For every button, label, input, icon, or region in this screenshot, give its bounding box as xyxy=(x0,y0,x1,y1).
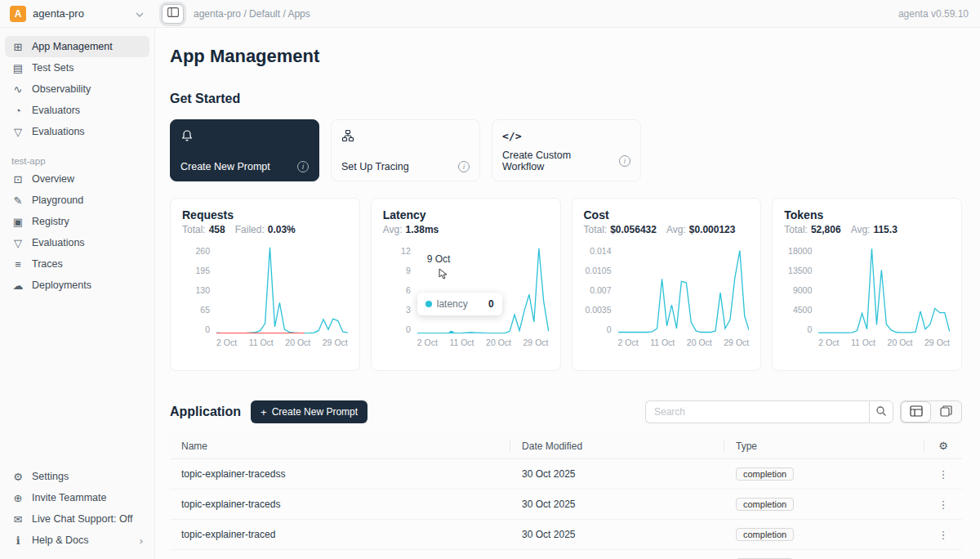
sidebar-item-registry[interactable]: ▣ Registry xyxy=(5,211,149,232)
sidebar-item-observability[interactable]: ∿ Observability xyxy=(5,78,149,100)
sidebar-item-label: Deployments xyxy=(32,280,91,291)
create-new-prompt-button[interactable]: + Create New Prompt xyxy=(251,400,368,423)
date-modified: 30 Oct 2025 xyxy=(510,460,724,488)
app-name: topic-explainer-tracedss xyxy=(170,460,510,488)
table-row[interactable]: topic-explainer-tracedss 30 Oct 2025 com… xyxy=(170,459,962,490)
sidebar-item-evaluators[interactable]: ◔ Evaluators xyxy=(5,100,149,121)
chat-icon: ✉ xyxy=(11,513,24,525)
sidebar-item-settings[interactable]: ⚙ Settings xyxy=(5,466,149,487)
sidebar-item-invite-teammate[interactable]: ⊕ Invite Teammate xyxy=(5,487,149,508)
app-name: topic-explainer-traceds xyxy=(170,490,510,518)
get-started-cards: Create New Prompt i Set Up Tracing i </>… xyxy=(170,119,962,181)
sidebar-item-overview[interactable]: ⊡ Overview xyxy=(5,168,149,190)
x-axis-labels: 2 Oct11 Oct20 Oct29 Oct xyxy=(216,338,348,347)
cost-chart-plot[interactable] xyxy=(618,247,750,333)
help-icon: ℹ xyxy=(11,534,24,547)
sidebar-item-test-sets[interactable]: ▤ Test Sets xyxy=(5,57,149,78)
card-view-icon xyxy=(940,405,952,419)
card-label: Set Up Tracing xyxy=(341,161,409,172)
cost-metric-card: Cost Total: $0.056432 Avg: $0.000123 0.0… xyxy=(572,198,762,371)
search-input[interactable] xyxy=(645,400,869,423)
metric-title: Requests xyxy=(182,208,348,221)
info-icon[interactable]: i xyxy=(619,155,630,167)
create-custom-workflow-card[interactable]: </> Create Custom Workflow i xyxy=(492,119,641,181)
sidebar-item-live-chat[interactable]: ✉ Live Chat Support: Off xyxy=(5,508,149,530)
sidebar-item-label: Playground xyxy=(32,195,83,206)
traces-icon: ≡ xyxy=(11,258,24,271)
date-modified: 27 Oct 2025 xyxy=(510,551,724,559)
sidebar-item-traces[interactable]: ≡ Traces xyxy=(5,253,149,275)
sidebar-item-label: Test Sets xyxy=(32,62,74,74)
tooltip-value: 0 xyxy=(488,298,494,310)
sidebar-footer: ⚙ Settings ⊕ Invite Teammate ✉ Live Chat… xyxy=(5,466,149,551)
plus-icon: + xyxy=(261,406,267,418)
metric-stats: Avg: 1.38ms xyxy=(383,224,549,235)
chevron-right-icon: › xyxy=(140,534,143,547)
table-header: Name Date Modified Type ⚙ xyxy=(170,433,962,459)
tracing-hierarchy-icon xyxy=(341,128,470,143)
table-view-icon xyxy=(910,405,923,419)
test-sets-icon: ▤ xyxy=(11,62,24,74)
sidebar-item-playground[interactable]: ✎ Playground xyxy=(5,190,149,211)
search-button[interactable] xyxy=(869,400,893,423)
create-new-prompt-card[interactable]: Create New Prompt i xyxy=(170,119,319,181)
sidebar-item-help-docs[interactable]: ℹ Help & Docs › xyxy=(5,530,149,551)
table-view-toggle[interactable] xyxy=(901,401,931,423)
y-axis-labels: 0.0140.01050.0070.00350 xyxy=(584,247,612,333)
gear-icon: ⚙ xyxy=(11,471,24,483)
x-axis-labels: 2 Oct11 Oct20 Oct29 Oct xyxy=(618,338,750,347)
breadcrumb[interactable]: agenta-pro / Default / Apps xyxy=(194,8,310,20)
sidebar-item-app-evaluations[interactable]: ▽ Evaluations xyxy=(5,232,149,253)
latency-chart-plot[interactable]: 9 Oct latency 0 xyxy=(417,247,549,333)
deployments-icon: ☁ xyxy=(11,280,24,292)
metric-stats: Total: 52,806 Avg: 115.3 xyxy=(784,224,950,235)
sidebar-item-label: Overview xyxy=(32,173,74,185)
evaluations-icon: ▽ xyxy=(11,237,24,249)
search-icon xyxy=(875,405,887,419)
view-toggle xyxy=(900,400,962,423)
kebab-menu-icon[interactable]: ⋮ xyxy=(938,468,949,481)
card-view-toggle[interactable] xyxy=(931,401,961,423)
application-header: Application + Create New Prompt xyxy=(170,400,962,423)
sidebar-item-label: Registry xyxy=(32,216,69,227)
table-row[interactable]: topic-explainer-traced 30 Oct 2025 compl… xyxy=(170,520,962,550)
sidebar-collapse-button[interactable] xyxy=(162,4,184,24)
search-group xyxy=(645,400,893,423)
table-row[interactable]: topic-explainer-traceds 30 Oct 2025 comp… xyxy=(170,490,962,520)
sidebar-item-label: Evaluations xyxy=(32,237,85,248)
set-up-tracing-card[interactable]: Set Up Tracing i xyxy=(331,119,480,181)
sidebar-item-label: Evaluators xyxy=(32,105,80,116)
kebab-menu-icon[interactable]: ⋮ xyxy=(938,529,949,541)
page-title: App Management xyxy=(170,46,962,67)
workspace-switcher[interactable]: A agenta-pro xyxy=(0,6,155,22)
table-row[interactable]: career-assessment 27 Oct 2025 completion… xyxy=(170,550,962,559)
tooltip-series: latency xyxy=(437,298,468,310)
tokens-metric-card: Tokens Total: 52,806 Avg: 115.3 18000135… xyxy=(772,198,962,371)
code-icon: </> xyxy=(502,128,630,143)
column-settings-gear-icon[interactable]: ⚙ xyxy=(938,440,948,452)
tokens-chart-plot[interactable] xyxy=(818,247,950,333)
main-content: App Management Get Started Create New Pr… xyxy=(155,28,980,559)
series-dot xyxy=(425,301,432,307)
info-icon[interactable]: i xyxy=(458,161,470,172)
observability-icon: ∿ xyxy=(11,83,24,96)
app-section-label: test-app xyxy=(5,152,149,168)
sidebar-item-label: Help & Docs xyxy=(32,534,88,546)
sidebar-item-deployments[interactable]: ☁ Deployments xyxy=(5,275,149,296)
invite-icon: ⊕ xyxy=(11,492,24,504)
sidebar-item-app-management[interactable]: ⊞ App Management xyxy=(5,36,149,57)
sidebar-item-label: Invite Teammate xyxy=(32,492,106,503)
sidebar-item-evaluations[interactable]: ▽ Evaluations xyxy=(5,121,149,142)
latency-metric-card: Latency Avg: 1.38ms 129630 9 Oct xyxy=(371,198,561,371)
requests-chart-plot[interactable] xyxy=(216,247,348,333)
metric-stats: Total: 458 Failed: 0.03% xyxy=(182,224,348,235)
sidebar-item-label: App Management xyxy=(32,41,113,52)
table-tools xyxy=(645,400,962,423)
app-name: topic-explainer-traced xyxy=(170,521,510,548)
metrics-row: Requests Total: 458 Failed: 0.03% 260195… xyxy=(170,198,962,371)
applications-table: Name Date Modified Type ⚙ topic-explaine… xyxy=(170,433,962,559)
sidebar-item-label: Settings xyxy=(32,471,69,482)
kebab-menu-icon[interactable]: ⋮ xyxy=(938,499,949,511)
info-icon[interactable]: i xyxy=(297,161,309,172)
date-modified: 30 Oct 2025 xyxy=(510,521,724,548)
